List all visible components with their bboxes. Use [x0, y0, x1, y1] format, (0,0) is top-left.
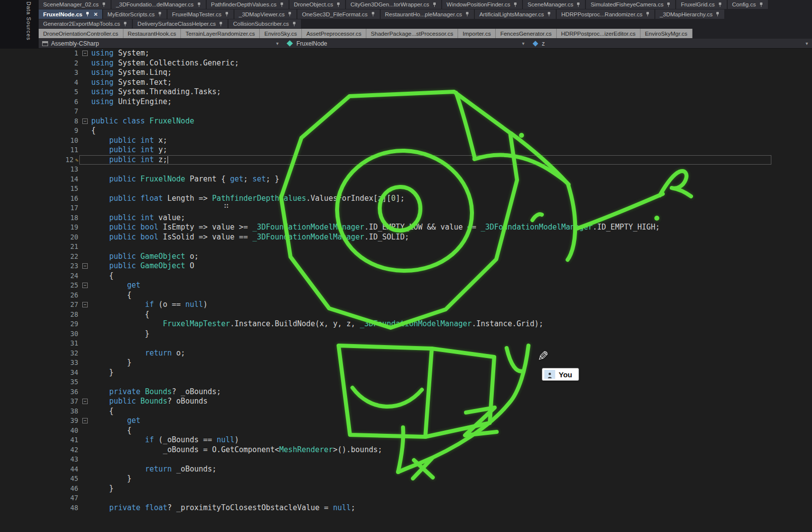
fold-marker[interactable]: −	[82, 283, 88, 288]
code-line[interactable]: 21	[0, 242, 812, 252]
document-tab[interactable]: _3DMapHierarchy.cs	[655, 9, 725, 19]
document-tab[interactable]: SceneManager.cs	[523, 0, 585, 9]
document-tab[interactable]: Generator2ExportMapTools.cs	[39, 19, 132, 28]
code-line[interactable]: 45 }	[0, 474, 812, 484]
code-line[interactable]: 20 public bool IsSolid => value == _3DFo…	[0, 233, 812, 242]
code-line[interactable]: 35	[0, 377, 812, 387]
document-tab[interactable]: FruxelNode.cs×	[39, 9, 102, 19]
pin-icon[interactable]	[280, 2, 284, 7]
code-line[interactable]: 9{	[0, 126, 812, 136]
pin-icon[interactable]	[667, 2, 671, 7]
code-line[interactable]: 46 }	[0, 484, 812, 494]
code-line[interactable]: 18 public int value;	[0, 213, 812, 223]
document-tab[interactable]: SimulatedFisheyeCamera.cs	[586, 0, 675, 9]
document-tab[interactable]: CollisionSubscriber.cs	[229, 19, 301, 28]
document-tab[interactable]: HDRPPostproc...izerEditor.cs	[557, 29, 640, 38]
code-line[interactable]: 17	[0, 203, 812, 213]
document-tab[interactable]: ArtificialLightsManager.cs	[475, 9, 556, 19]
document-tab[interactable]: ShaderPackage...stProcessor.cs	[366, 29, 458, 38]
code-line[interactable]: 48 private float? _proximityToClosestObs…	[0, 503, 812, 513]
code-line[interactable]: 27− if (o == null)	[0, 300, 812, 310]
document-tab[interactable]: WindowPositionFinder.cs	[442, 0, 522, 9]
chevron-down-icon[interactable]: ▾	[276, 41, 279, 46]
code-line[interactable]: 22 public GameObject o;	[0, 252, 812, 262]
project-dropdown[interactable]: Assembly-CSharp ▾	[39, 39, 283, 48]
pin-icon[interactable]	[337, 2, 341, 7]
pin-icon[interactable]	[225, 11, 229, 17]
type-dropdown[interactable]: FruxelNode ▾	[283, 39, 528, 48]
code-line[interactable]: 41 if (_oBounds == null)	[0, 435, 812, 445]
fold-marker[interactable]: −	[82, 51, 88, 56]
fold-marker[interactable]: −	[82, 399, 88, 404]
code-line[interactable]: 38 {	[0, 407, 812, 416]
pin-icon[interactable]	[123, 21, 127, 27]
document-tab[interactable]: FencesGenerator.cs	[496, 29, 557, 38]
code-line[interactable]: 2using System.Collections.Generic;	[0, 59, 812, 68]
code-line[interactable]: 43	[0, 455, 812, 465]
code-line[interactable]: 10 public int x;	[0, 136, 812, 146]
code-line[interactable]: 30 }	[0, 329, 812, 339]
code-line[interactable]: 15	[0, 184, 812, 194]
code-line[interactable]: 31	[0, 339, 812, 349]
code-line[interactable]: 33 }	[0, 358, 812, 368]
code-line[interactable]: 29 FruxelMapTester.Instance.BuildNode(x,…	[0, 319, 812, 329]
pin-icon[interactable]	[514, 2, 518, 7]
document-tab[interactable]: _3DFoundatio...delManager.cs	[112, 0, 206, 9]
code-line[interactable]: 16 public float Length => PathfinderDept…	[0, 194, 812, 204]
code-line[interactable]: 1−using System;	[0, 49, 812, 59]
document-tab[interactable]: AssetPreprocessor.cs	[302, 29, 366, 38]
document-tab[interactable]: TerrainLayerRandomizer.cs	[181, 29, 260, 38]
document-tab[interactable]: Importer.cs	[458, 29, 496, 38]
document-tab[interactable]: EnviroSkyMgr.cs	[640, 29, 693, 38]
code-line[interactable]: 19 public bool IsEmpty => value >= _3DFo…	[0, 223, 812, 233]
pin-icon[interactable]	[371, 11, 375, 17]
document-tab[interactable]: RestaurantHook.cs	[123, 29, 181, 38]
code-line[interactable]: 6using UnityEngine;	[0, 97, 812, 107]
document-tab[interactable]: CityGen3DGen...torWrapper.cs	[346, 0, 441, 9]
code-line[interactable]: 28 {	[0, 310, 812, 320]
code-line[interactable]: 40 {	[0, 426, 812, 436]
fold-marker[interactable]: −	[82, 263, 88, 269]
pin-icon[interactable]	[102, 2, 106, 7]
pin-icon[interactable]	[716, 11, 720, 17]
document-tab[interactable]: _3DMapViewer.cs	[234, 9, 296, 19]
pin-icon[interactable]	[718, 2, 722, 7]
fold-marker[interactable]: −	[82, 302, 88, 307]
code-line[interactable]: 47	[0, 493, 812, 503]
code-line[interactable]: 14 public FruxelNode Parent { get; set; …	[0, 175, 812, 184]
code-line[interactable]: 36 private Bounds? _oBounds;	[0, 387, 812, 397]
code-line[interactable]: 32 return o;	[0, 349, 812, 358]
member-dropdown[interactable]: z ▾	[528, 39, 812, 48]
code-line[interactable]: 26 {	[0, 291, 812, 300]
code-line[interactable]: 4using System.Text;	[0, 78, 812, 88]
chevron-down-icon[interactable]: ▾	[806, 41, 808, 46]
code-line[interactable]: 37− public Bounds? oBounds	[0, 397, 812, 407]
document-tab[interactable]: FruxelGrid.cs	[676, 0, 726, 9]
document-tab[interactable]: RestaurantHo...pleManager.cs	[381, 9, 474, 19]
document-tab[interactable]: DeliverySurfaceClassHelper.cs	[133, 19, 228, 28]
code-line[interactable]: 23− public GameObject O	[0, 261, 812, 271]
document-tab[interactable]: Config.cs	[728, 0, 768, 9]
pin-icon[interactable]	[577, 2, 580, 7]
code-line[interactable]: 5using System.Threading.Tasks;	[0, 87, 812, 97]
code-line[interactable]: 3using System.Linq;	[0, 68, 812, 78]
code-editor[interactable]: 1−using System;2using System.Collections…	[0, 49, 812, 532]
data-sources-tool-tab[interactable]: Data Sources	[26, 1, 32, 41]
pin-icon[interactable]	[433, 2, 437, 7]
document-tab[interactable]: HDRPPostproc...Randomizer.cs	[557, 9, 654, 19]
document-tab[interactable]: MyEditorScripts.cs	[103, 9, 167, 19]
close-icon[interactable]: ×	[94, 11, 98, 17]
pin-icon[interactable]	[547, 11, 551, 17]
document-tab[interactable]: OneSec3D_FileFormat.cs	[297, 9, 379, 19]
document-tab[interactable]: DroneObject.cs	[290, 0, 345, 9]
document-tab[interactable]: DroneOrientationController.cs	[39, 29, 123, 38]
document-tab[interactable]: SceneManager_02.cs	[39, 0, 111, 9]
fold-marker[interactable]: −	[82, 118, 88, 124]
document-tab[interactable]: PathfinderDepthValues.cs	[207, 0, 289, 9]
code-line[interactable]: 11 public int y;	[0, 145, 812, 155]
pin-icon[interactable]	[219, 21, 223, 27]
chevron-down-icon[interactable]: ▾	[522, 41, 524, 46]
code-line[interactable]: 8−public class FruxelNode	[0, 117, 812, 126]
code-line[interactable]: 7	[0, 107, 812, 117]
pin-icon[interactable]	[646, 11, 650, 17]
